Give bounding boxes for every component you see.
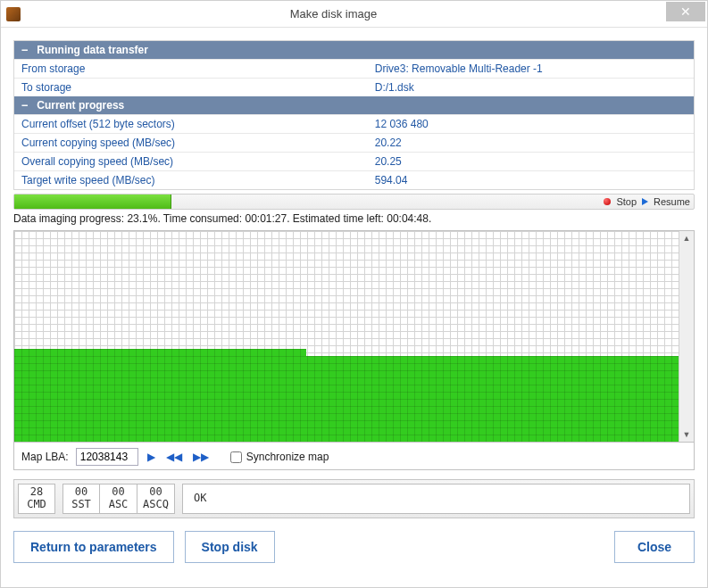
stop-disk-button[interactable]: Stop disk: [185, 531, 275, 563]
asc-cell: 00 ASC: [100, 484, 137, 514]
titlebar: Make disk image ✕: [1, 1, 707, 28]
cmd-label: CMD: [22, 499, 51, 511]
return-to-parameters-button[interactable]: Return to parameters: [13, 531, 174, 563]
close-icon: ✕: [680, 4, 691, 19]
map-read-region: [14, 356, 679, 442]
resume-button[interactable]: Resume: [654, 196, 690, 207]
row-overall-speed: Overall copying speed (MB/sec) 20.25: [14, 153, 694, 171]
sense-cells: 00 SST 00 ASC 00 ASCQ: [62, 484, 175, 514]
ascq-label: ASCQ: [141, 499, 171, 511]
ascq-cell: 00 ASCQ: [137, 484, 175, 514]
asc-label: ASC: [104, 499, 133, 511]
sst-value: 00: [67, 486, 96, 499]
to-storage-value: D:/1.dsk: [368, 79, 694, 97]
map-scrollbar[interactable]: ▲ ▼: [679, 231, 694, 442]
result-value: OK: [194, 493, 206, 505]
scroll-up-icon[interactable]: ▲: [679, 231, 694, 245]
current-speed-label: Current copying speed (MB/sec): [14, 134, 368, 153]
overall-speed-label: Overall copying speed (MB/sec): [14, 153, 368, 171]
synchronize-map-checkbox[interactable]: Synchronize map: [230, 451, 329, 463]
target-speed-label: Target write speed (MB/sec): [14, 171, 368, 190]
scsi-status-row: 28 CMD 00 SST 00 ASC 00 ASCQ OK: [13, 479, 695, 518]
close-button[interactable]: Close: [614, 531, 695, 563]
stop-icon: [604, 198, 611, 205]
row-current-offset: Current offset (512 byte sectors) 12 036…: [14, 115, 694, 134]
map-read-region-partial: [14, 349, 306, 356]
row-to-storage: To storage D:/1.dsk: [14, 79, 694, 97]
window-title: Make disk image: [1, 7, 666, 21]
current-offset-value: 12 036 480: [368, 115, 694, 134]
from-storage-value: Drive3: Removable Multi-Reader -1: [368, 60, 694, 79]
sector-map-grid[interactable]: [14, 231, 679, 442]
progress-fill: [14, 195, 171, 209]
collapse-icon: −: [21, 99, 28, 112]
sst-cell: 00 SST: [62, 484, 100, 514]
cmd-value: 28: [22, 486, 51, 499]
to-storage-label: To storage: [14, 79, 368, 97]
stop-button[interactable]: Stop: [616, 196, 637, 207]
play-icon: [642, 198, 648, 205]
synchronize-map-input[interactable]: [230, 451, 242, 463]
collapse-icon: −: [21, 44, 28, 56]
section-header-progress[interactable]: − Current progress: [14, 96, 694, 114]
row-current-speed: Current copying speed (MB/sec) 20.22: [14, 134, 694, 153]
window-close-button[interactable]: ✕: [666, 2, 705, 21]
transfer-table: From storage Drive3: Removable Multi-Rea…: [14, 59, 694, 96]
map-forward-button[interactable]: ▶▶: [191, 451, 211, 463]
info-panel: − Running data transfer From storage Dri…: [13, 40, 695, 190]
current-speed-value: 20.22: [368, 134, 694, 153]
progress-bar: Stop Resume: [13, 194, 695, 210]
map-controls: Map LBA: ▶ ◀◀ ▶▶ Synchronize map: [13, 443, 695, 470]
from-storage-label: From storage: [14, 60, 368, 79]
sst-label: SST: [67, 499, 96, 511]
map-lba-input[interactable]: [76, 448, 138, 466]
current-offset-label: Current offset (512 byte sectors): [14, 115, 368, 134]
row-from-storage: From storage Drive3: Removable Multi-Rea…: [14, 60, 694, 79]
synchronize-map-label: Synchronize map: [246, 451, 329, 463]
section-title-transfer: Running data transfer: [37, 44, 148, 56]
content-area: − Running data transfer From storage Dri…: [1, 28, 707, 572]
overall-speed-value: 20.25: [368, 153, 694, 171]
map-play-button[interactable]: ▶: [146, 451, 157, 463]
result-cell: OK: [182, 484, 690, 514]
asc-value: 00: [104, 486, 133, 499]
bottom-button-row: Return to parameters Stop disk Close: [13, 531, 695, 563]
cmd-cell: 28 CMD: [18, 484, 55, 514]
target-speed-value: 594.04: [368, 171, 694, 190]
scroll-down-icon[interactable]: ▼: [679, 427, 694, 442]
section-title-progress: Current progress: [37, 99, 124, 112]
section-header-transfer[interactable]: − Running data transfer: [14, 41, 694, 59]
status-line: Data imaging progress: 23.1%. Time consu…: [13, 212, 695, 225]
ascq-value: 00: [141, 486, 171, 499]
progress-table: Current offset (512 byte sectors) 12 036…: [14, 114, 694, 189]
map-lba-label: Map LBA:: [21, 451, 69, 463]
sector-map: ▲ ▼: [13, 230, 695, 443]
row-target-speed: Target write speed (MB/sec) 594.04: [14, 171, 694, 190]
map-rewind-button[interactable]: ◀◀: [164, 451, 184, 463]
